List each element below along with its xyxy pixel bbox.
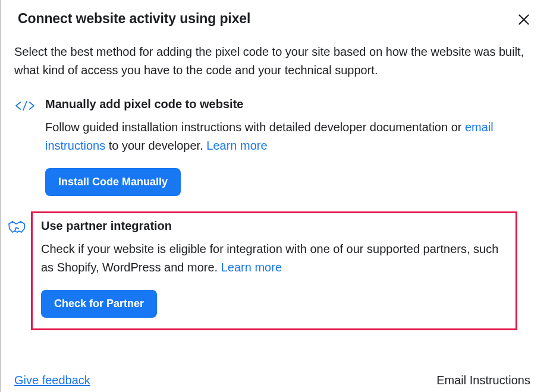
option-manual-desc-text1: Follow guided installation instructions … bbox=[45, 121, 465, 134]
option-manual: Manually add pixel code to website Follo… bbox=[13, 91, 535, 207]
option-manual-desc-text2: to your developer. bbox=[105, 139, 206, 152]
check-for-partner-button[interactable]: Check for Partner bbox=[41, 290, 157, 318]
modal-header: Connect website activity using pixel bbox=[1, 0, 547, 34]
code-icon bbox=[14, 97, 36, 115]
close-button[interactable] bbox=[515, 11, 533, 29]
handshake-icon bbox=[7, 218, 28, 236]
learn-more-link-partner[interactable]: Learn more bbox=[221, 261, 282, 274]
modal-footer: Give feedback Email Instructions bbox=[1, 363, 547, 392]
pixel-connect-modal: Connect website activity using pixel Sel… bbox=[0, 0, 547, 392]
close-icon bbox=[516, 12, 532, 27]
option-partner: Use partner integration Check if your we… bbox=[31, 211, 517, 330]
option-manual-title: Manually add pixel code to website bbox=[45, 97, 528, 111]
option-partner-desc: Check if your website is eligible for in… bbox=[41, 240, 508, 277]
install-code-manually-button[interactable]: Install Code Manually bbox=[45, 168, 181, 196]
learn-more-link-manual[interactable]: Learn more bbox=[206, 139, 267, 152]
options-list: Manually add pixel code to website Follo… bbox=[1, 91, 547, 335]
option-partner-body: Use partner integration Check if your we… bbox=[41, 219, 508, 318]
svg-line-2 bbox=[23, 102, 27, 110]
option-partner-title: Use partner integration bbox=[41, 219, 508, 233]
modal-title: Connect website activity using pixel bbox=[18, 11, 250, 27]
modal-subtitle: Select the best method for adding the pi… bbox=[1, 34, 547, 91]
option-manual-body: Manually add pixel code to website Follo… bbox=[45, 97, 528, 196]
email-instructions-button[interactable]: Email Instructions bbox=[436, 374, 530, 387]
option-manual-desc: Follow guided installation instructions … bbox=[45, 118, 528, 155]
give-feedback-link[interactable]: Give feedback bbox=[14, 374, 90, 387]
